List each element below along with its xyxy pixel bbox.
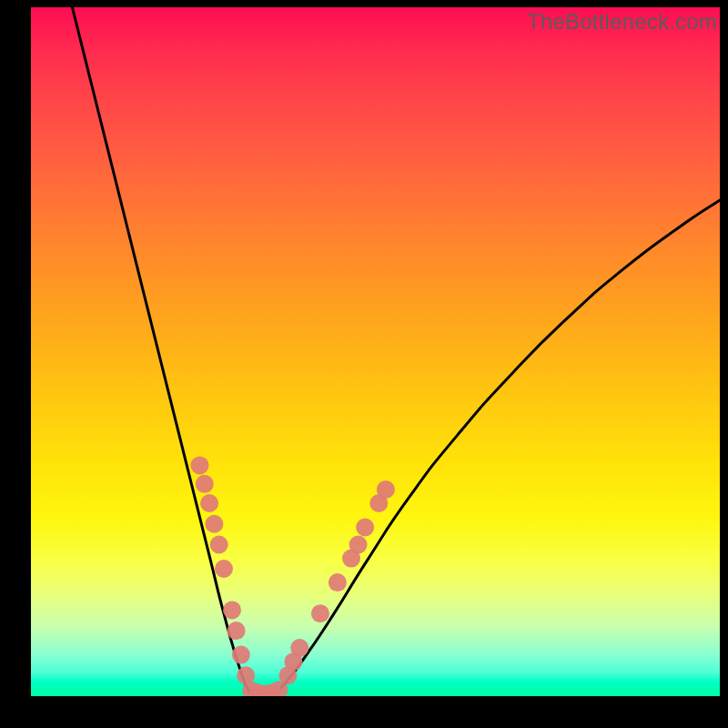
marker-point xyxy=(228,622,246,640)
chart-overlay xyxy=(31,7,720,696)
marker-point xyxy=(223,601,241,619)
marker-point xyxy=(377,480,395,499)
marker-point xyxy=(232,646,250,664)
marker-point xyxy=(210,535,228,553)
marker-point xyxy=(196,475,214,493)
marker-group xyxy=(190,456,394,696)
marker-point xyxy=(356,519,374,537)
series-group xyxy=(72,7,720,696)
marker-point xyxy=(329,573,347,592)
plot-frame xyxy=(31,7,720,696)
curve-left-branch xyxy=(72,7,255,696)
marker-point xyxy=(290,639,308,657)
marker-point xyxy=(205,515,223,533)
marker-point xyxy=(215,560,233,578)
watermark-text: TheBottleneck.com xyxy=(527,9,717,35)
marker-point xyxy=(311,604,329,622)
curve-right-branch xyxy=(272,200,720,696)
marker-point xyxy=(349,535,368,553)
marker-point xyxy=(200,494,218,512)
marker-point xyxy=(190,456,208,474)
chart-frame: TheBottleneck.com xyxy=(0,0,728,728)
